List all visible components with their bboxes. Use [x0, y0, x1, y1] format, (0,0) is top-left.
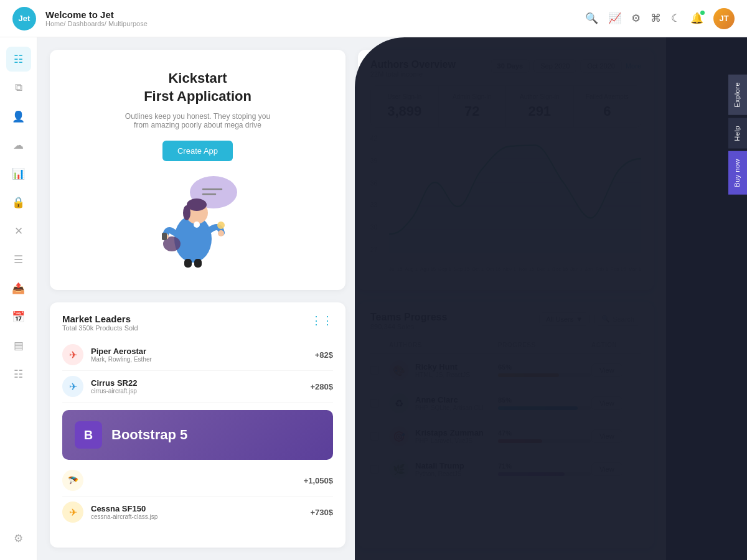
progress-bar-natali [498, 472, 591, 476]
notification-dot [700, 11, 705, 15]
cirrus-logo: ✈ [62, 376, 83, 397]
stat-label-2: Author Sign-in [512, 93, 567, 100]
topbar: Jet Welcome to Jet Home/ Dashboards/ Mul… [0, 0, 747, 37]
kickstart-title: Kickstart First Application [144, 70, 251, 105]
teams-subtitle: 890,344 Sales [370, 323, 447, 330]
sidebar-item-list[interactable]: ☰ [6, 247, 31, 272]
stat-admin-signin: Admin Sign-in 72 [439, 86, 507, 127]
view-btn-anne[interactable]: View [591, 396, 622, 410]
search-box: 🔍 Search [594, 312, 641, 326]
team-row-kristaps: 🎯 Kristaps Zumman PHP, Laravel, VueJS 47… [370, 420, 641, 453]
right-panel: Explore Help Buy now [666, 0, 747, 560]
market-item-cessna: ✈ Cessna SF150 cessna-aircraft-class.jsp… [62, 497, 333, 528]
avatar-kristaps: 🎯 [389, 426, 409, 446]
filter-more[interactable]: More [626, 62, 641, 70]
teams-controls: All Users ▼ 🔍 Search [539, 312, 641, 326]
all-users-filter[interactable]: All Users ▼ [539, 312, 590, 326]
svg-point-8 [183, 205, 190, 220]
teams-table-header: AUTHORS PROGRESS ACTION [370, 337, 641, 354]
search-icon[interactable]: 🔍 [585, 12, 598, 25]
row-checkbox-ricky[interactable] [370, 366, 379, 375]
market-title: Market Leaders [62, 314, 138, 324]
avatar-anne: ♻ [389, 393, 409, 413]
stat-value-0: 3,899 [377, 103, 432, 119]
authors-header: Authors Overview 22M total income 30 Day… [370, 59, 641, 78]
stat-value-3: 6 [580, 103, 635, 119]
chart-y-labels: 42 39 36 33 30 27 [370, 135, 377, 253]
avatar[interactable]: JT [713, 8, 735, 29]
teams-card: Teams Progress 890,344 Sales All Users ▼… [358, 302, 654, 548]
market-subtitle: Total 350k Products Sold [62, 324, 138, 332]
row-checkbox-natali[interactable] [370, 465, 379, 474]
filter-oct2020[interactable]: Oct 2020 [580, 59, 622, 73]
authors-card: Authors Overview 22M total income 30 Day… [358, 50, 654, 290]
chart-x-labels: Jul 15 Aug 1 Agu 15 Sep 1 Sep 15 Oct 1 O… [389, 266, 641, 272]
svg-rect-11 [184, 259, 192, 268]
chart-icon[interactable]: 📈 [608, 12, 621, 25]
view-btn-natali[interactable]: View [591, 462, 622, 476]
topbar-title: Welcome to Jet Home/ Dashboards/ Multipu… [45, 9, 148, 27]
view-btn-ricky[interactable]: View [591, 363, 622, 377]
row-checkbox-kristaps[interactable] [370, 432, 379, 441]
kickstart-illustration [148, 170, 248, 270]
sidebar-item-calendar[interactable]: 📅 [6, 304, 31, 329]
sidebar-item-inbox[interactable]: 📤 [6, 276, 31, 301]
stat-user-signin: User Sign-in 3,899 [371, 86, 439, 127]
main-content: Kickstart First Application Outlines kee… [37, 37, 666, 560]
col-action: ACTION [591, 342, 641, 348]
sidebar: ☷ ⧉ 👤 ☁ 📊 🔒 ✕ ☰ 📤 📅 ▤ ☷ ⚙ [0, 37, 37, 560]
chart-area: 42 39 36 33 30 27 [370, 135, 641, 272]
grid-view-icon[interactable]: ⌘ [651, 12, 661, 25]
svg-point-16 [217, 222, 225, 229]
col-authors: AUTHORS [389, 342, 498, 348]
sidebar-item-user[interactable]: 👤 [6, 104, 31, 129]
filter-30days[interactable]: 30 Days [491, 59, 530, 73]
sidebar-item-lock[interactable]: 🔒 [6, 190, 31, 215]
sidebar-item-grid[interactable]: ☷ [6, 47, 31, 72]
chart-content [389, 135, 641, 253]
svg-rect-14 [162, 233, 167, 240]
stat-failed-attempts: Failed Attempts 6 [574, 86, 641, 127]
stat-label-0: User Sign-in [377, 93, 432, 100]
progress-bar-anne [498, 406, 591, 410]
explore-tab[interactable]: Explore [728, 75, 747, 115]
progress-bar-ricky [498, 373, 591, 377]
avatar-natali: 🌿 [389, 459, 409, 479]
stat-label-1: Admin Sign-in [445, 93, 500, 100]
date-filters: 30 Days Sep 2020 Oct 2020 More [491, 59, 641, 73]
svg-point-15 [218, 230, 224, 236]
team-row-anne: ♻ Anne Clarc PHP, SQLite, Artisan CLI 85… [370, 387, 641, 420]
progress-bar-kristaps [498, 439, 591, 443]
sidebar-item-chart[interactable]: 📊 [6, 161, 31, 186]
stat-author-signin: Author Sign-in 291 [506, 86, 574, 127]
topbar-breadcrumb: Home/ Dashboards/ Multipurpose [45, 20, 148, 27]
topbar-right: 🔍 📈 ⚙ ⌘ ☾ 🔔 JT [585, 8, 735, 29]
market-item-4: 🪂 +1,050$ [62, 465, 333, 497]
logo[interactable]: Jet [12, 7, 36, 30]
notifications-icon[interactable]: 🔔 [690, 12, 703, 25]
sidebar-item-layers[interactable]: ⧉ [6, 75, 31, 100]
help-tab[interactable]: Help [728, 118, 747, 149]
settings-icon[interactable]: ⚙ [631, 12, 641, 25]
market-item-piper: ✈ Piper Aerostar Mark, Rowling, Esther +… [62, 339, 333, 371]
item4-logo: 🪂 [62, 470, 83, 491]
sidebar-item-settings[interactable]: ⚙ [6, 526, 31, 551]
chevron-down-icon: ▼ [576, 315, 583, 323]
sidebar-item-nodes[interactable]: ▤ [6, 333, 31, 358]
dark-mode-icon[interactable]: ☾ [671, 12, 680, 25]
create-app-button[interactable]: Create App [162, 141, 233, 161]
teams-header: Teams Progress 890,344 Sales All Users ▼… [370, 312, 641, 330]
search-icon: 🔍 [601, 315, 610, 323]
buy-now-tab[interactable]: Buy now [728, 151, 747, 195]
sidebar-item-cloud[interactable]: ☁ [6, 133, 31, 157]
svg-point-9 [194, 222, 200, 228]
market-more-icon[interactable]: ⋮⋮ [311, 314, 333, 327]
bootstrap-label: Bootstrap 5 [111, 427, 187, 443]
sidebar-item-table[interactable]: ☷ [6, 362, 31, 386]
piper-logo: ✈ [62, 344, 83, 365]
row-checkbox-anne[interactable] [370, 399, 379, 408]
topbar-main-title: Welcome to Jet [45, 9, 148, 20]
view-btn-kristaps[interactable]: View [591, 429, 622, 443]
filter-sep2020[interactable]: Sep 2020 [533, 59, 576, 73]
sidebar-item-close[interactable]: ✕ [6, 218, 31, 243]
